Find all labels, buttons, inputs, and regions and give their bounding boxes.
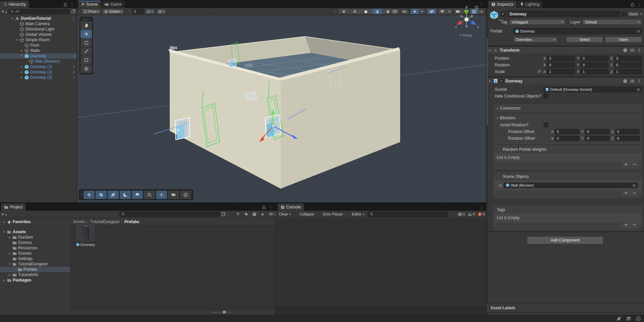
icon-size-slider[interactable] [212, 312, 232, 313]
list-add-button[interactable]: + [622, 190, 630, 196]
presets-icon[interactable] [630, 79, 634, 83]
help-icon[interactable]: ? [623, 48, 627, 52]
rotation-offset-x-field[interactable]: 0 [555, 136, 579, 141]
error-count[interactable]: 0 [478, 212, 485, 216]
visibility-count[interactable]: 21 [269, 212, 275, 216]
shaded-wireframe-mode-button[interactable]: ⊜ [350, 9, 361, 14]
hierarchy-item-global-volume[interactable]: Global Volume [0, 32, 77, 37]
object-picker-icon[interactable]: ⊙ [637, 29, 640, 34]
tab-hierarchy[interactable]: Hierarchy [0, 1, 29, 8]
expander-icon[interactable]: ▾ [10, 17, 14, 20]
effects-toggle-button[interactable] [411, 9, 419, 14]
compass-button[interactable] [180, 191, 191, 199]
move-handles-button[interactable] [84, 191, 95, 199]
open-button[interactable]: Open [605, 37, 642, 43]
list-remove-button[interactable]: − [630, 162, 639, 167]
lighting-mode-button[interactable]: ◑ [372, 9, 383, 14]
external-window-icon[interactable] [71, 9, 75, 13]
overlay-drag-handle[interactable] [83, 19, 90, 20]
prefab-open-chevron[interactable]: › [73, 54, 75, 58]
project-folder-favorites[interactable]: ▸Favorites [0, 219, 70, 224]
snap-move-button[interactable] [156, 191, 167, 199]
expander-icon[interactable]: ▸ [19, 70, 24, 74]
hierarchy-search-input[interactable]: All [8, 9, 70, 14]
overrides-dropdown[interactable]: Overrides▾ [513, 37, 557, 43]
lighting-sphere-button[interactable] [120, 191, 131, 199]
hierarchy-item-simple-room[interactable]: ▾Simple Room [0, 37, 77, 43]
foldout-icon[interactable]: ▾ [488, 49, 492, 52]
tab-project[interactable]: Project [1, 203, 25, 211]
prefab-open-chevron[interactable]: › [73, 64, 75, 69]
tab-game[interactable]: Game [101, 1, 125, 8]
project-folder-tutorialdungeon[interactable]: ▾TutorialDungeon [0, 261, 70, 267]
tab-inspector[interactable]: Inspector [488, 1, 517, 8]
project-folder-packages[interactable]: ▸Packages [0, 277, 70, 283]
move-tool-button[interactable] [80, 30, 92, 38]
position-z-field[interactable]: 3 [614, 56, 642, 61]
lock-icon[interactable] [262, 205, 266, 209]
axis-label[interactable]: Z [610, 70, 613, 74]
shaded-mode-button[interactable]: ● [361, 9, 372, 14]
tag-dropdown[interactable]: Untagged▾ [509, 19, 566, 25]
error-pause-button[interactable]: Error Pause [321, 211, 345, 217]
snap-increment-button[interactable]: ▾ [156, 9, 166, 14]
kebab-icon[interactable]: ⋮ [637, 3, 641, 7]
rect-tool-button[interactable] [80, 56, 92, 64]
hierarchy-item-wall-blocker-[interactable]: Wall (Blocker) [0, 59, 77, 64]
project-folder-settings[interactable]: Settings [0, 256, 70, 261]
inspector-scrollbar[interactable] [486, 8, 488, 315]
expander-icon[interactable]: ▸ [19, 65, 24, 68]
scene-object-row[interactable]: Wall (Blocker)⊙ [496, 182, 640, 189]
position-x-field[interactable]: 2 [547, 56, 575, 61]
console-search-input[interactable] [368, 212, 448, 217]
axis-label[interactable]: Y [581, 130, 584, 134]
kebab-icon[interactable]: ⋮ [479, 205, 483, 209]
scale-y-field[interactable]: 1 [581, 69, 608, 74]
doorway-selection-left[interactable] [175, 118, 190, 140]
project-folder-prefabs[interactable]: Prefabs [0, 267, 70, 272]
hierarchy-item-floor[interactable]: Floor [0, 43, 77, 48]
kebab-icon[interactable]: ⋮ [637, 48, 641, 52]
position-offset-y-field[interactable]: 0 [585, 129, 609, 134]
camera-preview-button[interactable] [168, 191, 179, 199]
project-search-input[interactable] [119, 212, 220, 217]
grid-toggle-button[interactable] [108, 191, 119, 199]
expander-icon[interactable]: ▸ [7, 273, 12, 276]
expander-icon[interactable]: ▸ [2, 278, 6, 282]
rotate-tool-button[interactable] [80, 39, 92, 47]
open-search-window-icon[interactable] [221, 212, 225, 216]
axis-label[interactable]: Y [577, 56, 579, 60]
asset-item-doorway[interactable]: Doorway [74, 223, 97, 247]
presets-icon[interactable] [630, 48, 634, 52]
project-folder-resources[interactable]: Resources [0, 245, 70, 251]
hierarchy-item-doorway[interactable]: ▾Doorway› [0, 53, 77, 59]
warning-count[interactable]: 0 [468, 212, 475, 216]
axis-label[interactable]: X [543, 70, 546, 74]
project-folder-assets[interactable]: ▾Assets [0, 229, 70, 235]
prefab-open-chevron[interactable]: › [73, 70, 75, 74]
rotation-y-field[interactable]: 0 [581, 62, 608, 68]
zoom-button[interactable] [144, 191, 155, 199]
prefab-open-chevron[interactable]: › [73, 75, 75, 80]
expander-icon[interactable]: ▾ [7, 262, 12, 266]
layers-dropdown[interactable]: ▾ [446, 9, 452, 14]
add-object-button[interactable]: + ▾ [1, 9, 7, 14]
add-component-button[interactable]: Add Component [527, 236, 603, 244]
asset-labels-bar[interactable]: Asset Labels [486, 303, 644, 313]
avoid-rotation-checkbox[interactable] [544, 123, 548, 127]
activity-ok-icon[interactable] [636, 316, 641, 321]
lock-icon[interactable] [64, 3, 67, 7]
object-picker-icon[interactable]: ⊙ [633, 183, 636, 188]
expander-icon[interactable]: ▾ [15, 38, 19, 42]
favorites-star-icon[interactable]: ★ [261, 212, 265, 217]
axis-label[interactable]: Z [611, 136, 614, 140]
info-count[interactable]: 0 [458, 212, 465, 216]
grid-size-field[interactable]: 1 [132, 9, 144, 14]
axis-label[interactable]: Y [577, 70, 579, 74]
list-remove-button[interactable]: − [630, 190, 639, 196]
orientation-gizmo[interactable]: y x z [453, 3, 480, 33]
wireframe-mode-button[interactable]: ⊕ [338, 9, 350, 14]
layers-visibility-button[interactable] [438, 9, 446, 14]
gizmo-lock-icon[interactable] [475, 6, 478, 8]
collapse-button[interactable]: Collapse [298, 211, 316, 217]
